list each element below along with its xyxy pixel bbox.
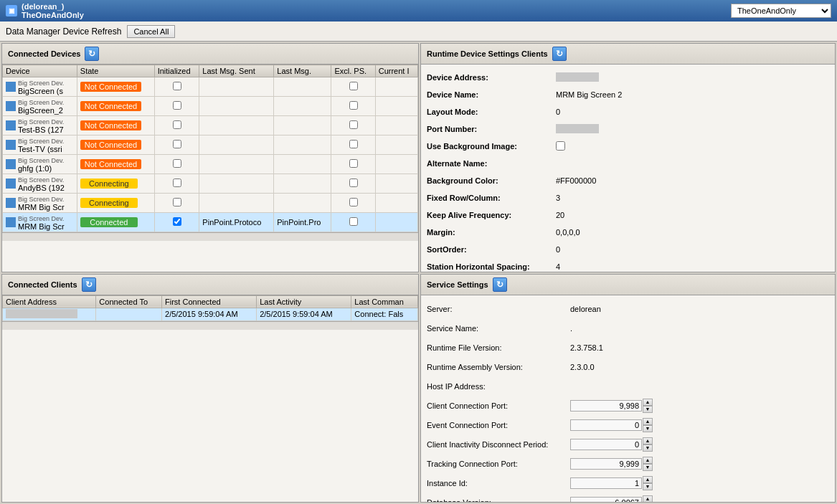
spin-up-button[interactable]: ▲ [643, 399, 653, 406]
excl-ps-checkbox[interactable] [349, 179, 358, 187]
initialized-checkbox[interactable] [173, 217, 181, 226]
initialized-checkbox[interactable] [173, 198, 181, 206]
device-cell: Big Screen Dev. BigScreen_2 [3, 97, 77, 116]
excl-ps-checkbox[interactable] [349, 198, 358, 206]
last-command-cell: Connect: Fals [351, 308, 418, 320]
service-settings-refresh-button[interactable]: ↻ [493, 277, 507, 292]
spin-up-button[interactable]: ▲ [643, 495, 653, 503]
service-value-wrap[interactable]: ▲ ▼ [570, 437, 653, 452]
excl-ps-cell[interactable] [331, 213, 375, 232]
spin-down-button[interactable]: ▼ [643, 406, 653, 413]
device-type: Big Screen Dev. [18, 215, 64, 222]
initialized-checkbox[interactable] [173, 140, 181, 148]
device-type: Big Screen Dev. [18, 138, 64, 145]
clients-scrollbar[interactable] [2, 321, 418, 330]
spin-buttons: ▲ ▼ [643, 457, 653, 471]
initialized-checkbox[interactable] [173, 120, 181, 129]
excl-ps-cell[interactable] [331, 194, 375, 213]
excl-ps-cell[interactable] [331, 155, 375, 174]
table-row[interactable]: Big Screen Dev. Test-TV (ssri Not Connec… [3, 135, 418, 155]
service-row: Database Version: ▲ ▼ [427, 495, 829, 503]
spin-up-button[interactable]: ▲ [643, 437, 653, 444]
spin-down-button[interactable]: ▼ [643, 464, 653, 471]
table-row[interactable]: Big Screen Dev. MRM Big Scr ConnectedPin… [3, 213, 418, 232]
service-spinbox-input[interactable] [570, 497, 642, 503]
excl-ps-checkbox[interactable] [349, 159, 358, 168]
use-background-image-checkbox[interactable] [556, 141, 565, 151]
devices-scrollbar[interactable] [2, 232, 418, 241]
status-badge: Not Connected [80, 120, 141, 130]
cancel-all-button[interactable]: Cancel All [127, 25, 175, 38]
initialized-checkbox[interactable] [173, 159, 181, 168]
spin-up-button[interactable]: ▲ [643, 476, 653, 483]
device-name: Test-BS (127 [18, 125, 64, 134]
spin-down-button[interactable]: ▼ [643, 483, 653, 490]
clients-refresh-button[interactable]: ↻ [82, 277, 96, 292]
table-row[interactable]: Big Screen Dev. ghfg (1:0) Not Connected [3, 155, 418, 174]
table-row[interactable]: Big Screen Dev. BigScreen (s Not Connect… [3, 77, 418, 97]
initialized-cell[interactable] [154, 174, 199, 194]
initialized-cell[interactable] [154, 97, 199, 116]
excl-ps-checkbox[interactable] [349, 82, 358, 90]
service-spinbox-input[interactable] [570, 439, 642, 450]
settings-row: Margin:0,0,0,0 [427, 225, 829, 239]
initialized-checkbox[interactable] [173, 82, 181, 90]
service-spinbox-input[interactable] [570, 477, 642, 489]
service-settings-title: Service Settings [427, 280, 488, 289]
last-activity-cell: 2/5/2015 9:59:04 AM [257, 308, 351, 320]
service-static-value: 2.3.0.0 [570, 363, 595, 371]
service-value-wrap: 2.3.758.1 [570, 343, 603, 352]
device-name: MRM Big Scr [18, 203, 65, 211]
service-value-wrap[interactable]: ▲ ▼ [570, 418, 653, 432]
excl-ps-cell[interactable] [331, 77, 375, 97]
toolbar-title: Data Manager Device Refresh [6, 27, 121, 37]
initialized-cell[interactable] [154, 213, 199, 232]
spin-down-button[interactable]: ▼ [643, 425, 653, 432]
table-row[interactable]: Big Screen Dev. BigScreen_2 Not Connecte… [3, 97, 418, 116]
instance-dropdown[interactable]: TheOneAndOnly [731, 4, 831, 18]
settings-label: Use Background Image: [427, 142, 556, 151]
runtime-settings-refresh-button[interactable]: ↻ [552, 47, 567, 61]
table-row[interactable]: 2/5/2015 9:59:04 AM2/5/2015 9:59:04 AMCo… [3, 308, 418, 320]
excl-ps-cell[interactable] [331, 135, 375, 155]
initialized-checkbox[interactable] [173, 179, 181, 187]
initialized-cell[interactable] [154, 155, 199, 174]
service-spinbox-input[interactable] [570, 400, 642, 412]
spin-down-button[interactable]: ▼ [643, 444, 653, 452]
service-value-wrap[interactable]: ▲ ▼ [570, 476, 653, 490]
settings-row: Keep Alive Frequency:20 [427, 208, 829, 222]
excl-ps-cell[interactable] [331, 97, 375, 116]
service-value-wrap[interactable]: ▲ ▼ [570, 495, 653, 503]
initialized-cell[interactable] [154, 135, 199, 155]
last-msg-sent-cell [199, 77, 274, 97]
excl-ps-checkbox[interactable] [349, 140, 358, 148]
excl-ps-cell[interactable] [331, 174, 375, 194]
excl-ps-checkbox[interactable] [349, 120, 358, 129]
service-spinbox-input[interactable] [570, 419, 642, 431]
excl-ps-cell[interactable] [331, 116, 375, 135]
initialized-checkbox[interactable] [173, 101, 181, 110]
settings-value [556, 141, 829, 152]
last-msg-sent-cell [199, 155, 274, 174]
device-icon [6, 217, 16, 227]
devices-refresh-button[interactable]: ↻ [85, 47, 99, 61]
service-spinbox-input[interactable] [570, 458, 642, 470]
service-value-wrap[interactable]: ▲ ▼ [570, 457, 653, 471]
service-value-wrap[interactable]: ▲ ▼ [570, 399, 653, 413]
excl-ps-checkbox[interactable] [349, 101, 358, 110]
state-cell: Not Connected [77, 97, 154, 116]
table-row[interactable]: Big Screen Dev. AndyBS (192 Connecting [3, 174, 418, 194]
clients-table: Client Address Connected To First Connec… [2, 295, 418, 321]
service-static-value: delorean [570, 305, 601, 313]
excl-ps-checkbox[interactable] [349, 217, 358, 226]
spin-up-button[interactable]: ▲ [643, 418, 653, 425]
settings-row: Port Number: [427, 122, 829, 136]
service-label: Database Version: [427, 498, 570, 503]
initialized-cell[interactable] [154, 116, 199, 135]
initialized-cell[interactable] [154, 77, 199, 97]
table-row[interactable]: Big Screen Dev. MRM Big Scr Connecting [3, 194, 418, 213]
spin-up-button[interactable]: ▲ [643, 457, 653, 464]
current-i-cell [375, 213, 417, 232]
initialized-cell[interactable] [154, 194, 199, 213]
table-row[interactable]: Big Screen Dev. Test-BS (127 Not Connect… [3, 116, 418, 135]
